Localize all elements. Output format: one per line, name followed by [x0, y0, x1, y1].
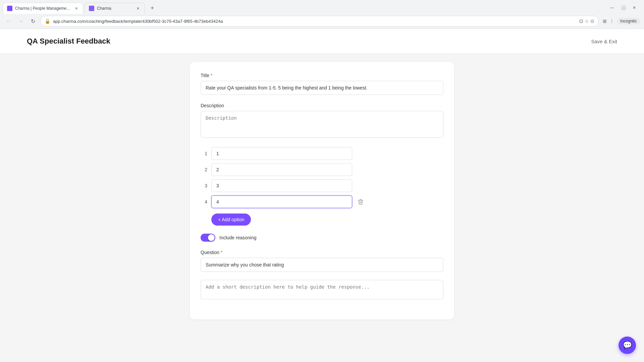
title-required-star: * — [211, 73, 212, 78]
back-button[interactable]: ← — [4, 16, 13, 26]
close-window-button[interactable]: ✕ — [630, 4, 639, 11]
save-exit-button[interactable]: Save & Exit — [591, 39, 617, 44]
option-input-3[interactable] — [211, 179, 352, 192]
forward-button[interactable]: → — [16, 16, 25, 26]
question-input[interactable] — [201, 258, 443, 272]
page-header: QA Specialist Feedback Save & Exit — [0, 29, 644, 54]
add-option-button[interactable]: + Add option — [211, 214, 251, 226]
page-title: QA Specialist Feedback — [27, 37, 110, 46]
delete-option-4-button[interactable] — [356, 197, 365, 206]
tab-bar: Charma | People Management S... ✕ Charma… — [0, 0, 644, 14]
more-options-icon[interactable]: ⋮ — [609, 18, 614, 24]
title-input[interactable] — [201, 81, 443, 95]
option-number-3: 3 — [201, 183, 207, 188]
question-required-star: * — [221, 250, 222, 255]
options-section: 1 2 3 4 — [201, 147, 443, 208]
option-input-2[interactable] — [211, 163, 352, 176]
description-field-group: Description — [201, 103, 443, 139]
profile-icon[interactable]: ⊙ — [590, 18, 594, 24]
address-bar-row: ← → ↻ 🔒 app.charma.com/coaching/feedback… — [0, 14, 644, 28]
option-number-2: 2 — [201, 167, 207, 172]
main-content: Title * Description 1 2 3 — [184, 54, 460, 327]
title-label: Title * — [201, 73, 443, 78]
option-row-1: 1 — [201, 147, 443, 160]
description-label: Description — [201, 103, 443, 108]
maximize-button[interactable]: ⬜ — [618, 4, 629, 11]
new-tab-button[interactable]: + — [148, 4, 157, 13]
sub-question-field-group — [201, 280, 443, 301]
tab-favicon-2 — [89, 6, 94, 11]
window-controls: — ⬜ ✕ — [607, 4, 641, 13]
include-reasoning-toggle[interactable] — [201, 234, 215, 242]
option-number-4: 4 — [201, 199, 207, 204]
minimize-button[interactable]: — — [607, 4, 617, 11]
address-icons: ⊡ ☆ ⊙ — [579, 18, 594, 24]
option-number-1: 1 — [201, 151, 207, 156]
tab-title-1: Charma | People Management S... — [15, 6, 71, 11]
tab-close-2[interactable]: ✕ — [135, 6, 141, 11]
description-textarea[interactable] — [201, 111, 443, 138]
reader-view-icon[interactable]: ⊡ — [579, 18, 583, 24]
tab-title-2: Charma — [97, 6, 132, 11]
question-label: Question * — [201, 250, 443, 255]
option-row-4: 4 — [201, 195, 443, 208]
include-reasoning-row: Include reasoning — [201, 234, 443, 242]
option-row-2: 2 — [201, 163, 443, 176]
tab-close-1[interactable]: ✕ — [73, 6, 79, 11]
extensions-icon[interactable]: ⊞ — [603, 18, 607, 24]
tab-favicon-1 — [7, 6, 12, 11]
option-input-4[interactable] — [211, 195, 352, 208]
form-card: Title * Description 1 2 3 — [190, 62, 454, 319]
tab-charma-pm[interactable]: Charma | People Management S... ✕ — [3, 3, 83, 14]
incognito-badge: Incognito — [617, 18, 640, 24]
toggle-thumb — [208, 234, 215, 241]
title-field-group: Title * — [201, 73, 443, 95]
refresh-button[interactable]: ↻ — [28, 16, 38, 26]
include-reasoning-label: Include reasoning — [219, 235, 257, 240]
url-text: app.charma.com/coaching/feedback/templat… — [53, 19, 577, 24]
tab-charma[interactable]: Charma ✕ — [85, 3, 145, 14]
bookmark-icon[interactable]: ☆ — [585, 18, 589, 24]
address-bar[interactable]: 🔒 app.charma.com/coaching/feedback/templ… — [40, 16, 599, 26]
option-row-3: 3 — [201, 179, 443, 192]
question-field-group: Question * — [201, 250, 443, 272]
profile-area: ⊞ ⋮ Incognito — [603, 18, 640, 24]
sub-question-textarea[interactable] — [201, 280, 443, 299]
lock-icon: 🔒 — [45, 18, 50, 24]
browser-chrome: Charma | People Management S... ✕ Charma… — [0, 0, 644, 29]
option-input-1[interactable] — [211, 147, 352, 160]
